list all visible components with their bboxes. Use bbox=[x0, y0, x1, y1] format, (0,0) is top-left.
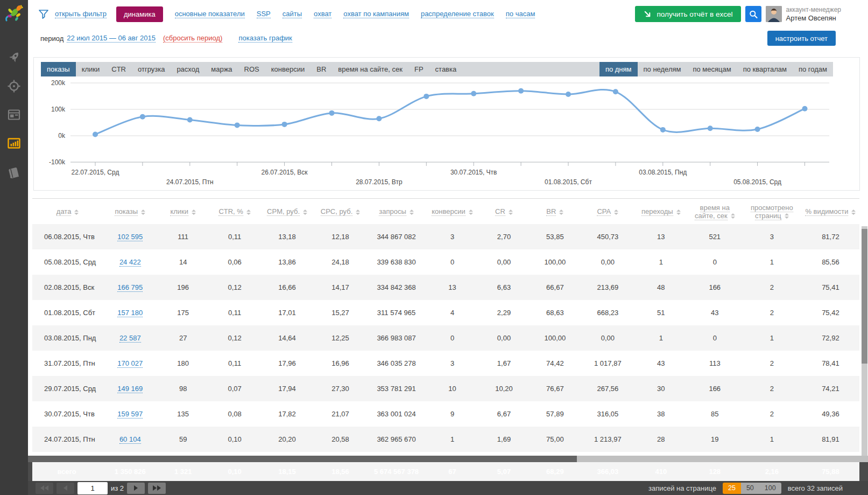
sort-arrows-icon[interactable] bbox=[141, 210, 145, 215]
chart-point-23.07.2015[interactable] bbox=[140, 114, 145, 120]
column-header-дата[interactable]: дата bbox=[32, 199, 103, 225]
metric-tab-ctr[interactable]: CTR bbox=[105, 62, 132, 76]
column-header-label[interactable]: CR bbox=[495, 207, 505, 216]
sort-arrows-icon[interactable] bbox=[785, 213, 789, 219]
show-chart-link[interactable]: показать график bbox=[238, 34, 292, 43]
sort-arrows-icon[interactable] bbox=[851, 210, 856, 215]
column-header-label[interactable]: время на сайте, сек bbox=[695, 204, 730, 220]
export-excel-button[interactable]: получить отчёт в excel bbox=[635, 6, 741, 22]
chart-point-04.08.2015[interactable] bbox=[708, 126, 713, 131]
metric-tab-показы[interactable]: показы bbox=[41, 62, 76, 76]
vertical-scrollbar[interactable] bbox=[862, 226, 867, 456]
horizontal-scrollbar[interactable] bbox=[28, 456, 868, 462]
sort-arrows-icon[interactable] bbox=[509, 210, 513, 215]
chart-point-31.07.2015[interactable] bbox=[518, 88, 524, 94]
page-number-input[interactable] bbox=[77, 482, 108, 494]
column-header-label[interactable]: клики bbox=[170, 207, 188, 216]
column-header-конверсии[interactable]: конверсии bbox=[426, 199, 479, 225]
nav-tab-охват-по-кампаниям[interactable]: охват по кампаниям bbox=[343, 10, 409, 18]
metric-tab-ros[interactable]: ROS bbox=[238, 62, 265, 76]
granularity-tab-по-неделям[interactable]: по неделям bbox=[638, 62, 687, 76]
chart-point-27.07.2015[interactable] bbox=[329, 110, 335, 116]
filter-icon[interactable] bbox=[38, 8, 50, 20]
reset-period-link[interactable]: (сбросить период) bbox=[163, 34, 222, 43]
metric-tab-расход[interactable]: расход bbox=[171, 62, 205, 76]
column-header-cpa[interactable]: CPA bbox=[581, 199, 634, 225]
column-header-ctr-[interactable]: CTR, % bbox=[209, 199, 260, 225]
chart-point-25.07.2015[interactable] bbox=[235, 122, 240, 128]
metric-tab-клики[interactable]: клики bbox=[76, 62, 106, 76]
book-icon[interactable] bbox=[6, 164, 22, 180]
granularity-tab-по-годам[interactable]: по годам bbox=[793, 62, 833, 76]
vertical-scrollbar-thumb[interactable] bbox=[862, 229, 867, 364]
column-header-запросы[interactable]: запросы bbox=[367, 199, 426, 225]
nav-tab-основные-показатели[interactable]: основные показатели bbox=[175, 10, 245, 18]
metric-tab-маржа[interactable]: маржа bbox=[205, 62, 238, 76]
metric-tab-время-на-сайте-сек[interactable]: время на сайте, сек bbox=[332, 62, 408, 76]
column-header-клики[interactable]: клики bbox=[157, 199, 209, 225]
sort-arrows-icon[interactable] bbox=[303, 210, 307, 215]
impressions-link[interactable]: 24 422 bbox=[119, 258, 141, 267]
chart-point-01.08.2015[interactable] bbox=[566, 92, 571, 97]
chart-point-28.07.2015[interactable] bbox=[376, 116, 382, 121]
nav-tab-охват[interactable]: охват bbox=[314, 10, 331, 18]
chart-point-05.08.2015[interactable] bbox=[755, 127, 760, 132]
page-size-100[interactable]: 100 bbox=[759, 483, 781, 494]
page-size-50[interactable]: 50 bbox=[741, 483, 759, 494]
sort-arrows-icon[interactable] bbox=[469, 210, 473, 215]
impressions-link[interactable]: 22 587 bbox=[119, 334, 141, 343]
chart-point-03.08.2015[interactable] bbox=[660, 127, 666, 133]
column-header-br[interactable]: BR bbox=[529, 199, 581, 225]
browser-window-icon[interactable] bbox=[6, 107, 22, 123]
column-header-показы[interactable]: показы bbox=[103, 199, 157, 225]
avatar[interactable] bbox=[766, 6, 782, 22]
column-header-label[interactable]: конверсии bbox=[432, 207, 465, 216]
column-header-cr[interactable]: CR bbox=[479, 199, 529, 225]
column-header--видимости[interactable]: % видимости bbox=[802, 199, 859, 225]
column-header-переходы[interactable]: переходы bbox=[634, 199, 688, 225]
rocket-icon[interactable] bbox=[6, 50, 22, 66]
column-header-просмотрено-страниц[interactable]: просмотрено страниц bbox=[742, 199, 802, 225]
page-size-25[interactable]: 25 bbox=[723, 483, 741, 494]
horizontal-scrollbar-thumb[interactable] bbox=[28, 456, 577, 462]
sort-arrows-icon[interactable] bbox=[614, 210, 618, 215]
column-header-label[interactable]: CPC, руб. bbox=[321, 207, 352, 216]
column-header-cpm-руб-[interactable]: CPM, руб. bbox=[260, 199, 314, 225]
column-header-label[interactable]: BR bbox=[546, 207, 556, 216]
sort-arrows-icon[interactable] bbox=[74, 210, 79, 215]
nav-tab-динамика[interactable]: динамика bbox=[116, 6, 163, 22]
column-header-label[interactable]: переходы bbox=[641, 207, 673, 216]
last-page-button[interactable] bbox=[148, 483, 166, 494]
first-page-button[interactable] bbox=[36, 483, 53, 494]
impressions-link[interactable]: 159 597 bbox=[117, 410, 143, 419]
app-logo[interactable] bbox=[0, 0, 28, 28]
next-page-button[interactable] bbox=[127, 483, 145, 494]
nav-tab-распределение-ставок[interactable]: распределение ставок bbox=[421, 10, 494, 18]
column-header-label[interactable]: запросы bbox=[379, 207, 406, 216]
impressions-link[interactable]: 149 169 bbox=[117, 385, 143, 393]
sort-arrows-icon[interactable] bbox=[246, 210, 251, 215]
configure-report-button[interactable]: настроить отчет bbox=[767, 31, 836, 46]
column-header-label[interactable]: показы bbox=[115, 207, 138, 216]
column-header-label[interactable]: CPA bbox=[597, 207, 611, 216]
column-header-label[interactable]: % видимости bbox=[805, 207, 848, 216]
granularity-tab-по-месяцам[interactable]: по месяцам bbox=[687, 62, 737, 76]
column-header-время-на-сайте-сек[interactable]: время на сайте, сек bbox=[688, 199, 742, 225]
impressions-link[interactable]: 102 595 bbox=[117, 233, 143, 241]
sort-arrows-icon[interactable] bbox=[410, 210, 414, 215]
nav-tab-по-часам[interactable]: по часам bbox=[506, 10, 535, 18]
sort-arrows-icon[interactable] bbox=[731, 213, 735, 219]
metric-tab-ставка[interactable]: ставка bbox=[429, 62, 463, 76]
granularity-tab-по-кварталам[interactable]: по кварталам bbox=[737, 62, 793, 76]
bar-chart-icon[interactable] bbox=[6, 135, 22, 151]
chart-point-24.07.2015[interactable] bbox=[187, 117, 193, 123]
impressions-link[interactable]: 166 795 bbox=[117, 283, 143, 292]
impressions-link[interactable]: 157 180 bbox=[117, 309, 143, 317]
metric-tab-fp[interactable]: FP bbox=[408, 62, 429, 76]
period-value-link[interactable]: 22 июл 2015 — 06 авг 2015 bbox=[67, 34, 156, 43]
chart-point-26.07.2015[interactable] bbox=[282, 122, 287, 127]
impressions-link[interactable]: 170 027 bbox=[117, 359, 143, 368]
sort-arrows-icon[interactable] bbox=[356, 210, 360, 215]
nav-tab-ssp[interactable]: SSP bbox=[257, 10, 271, 18]
metric-tab-отгрузка[interactable]: отгрузка bbox=[132, 62, 171, 76]
